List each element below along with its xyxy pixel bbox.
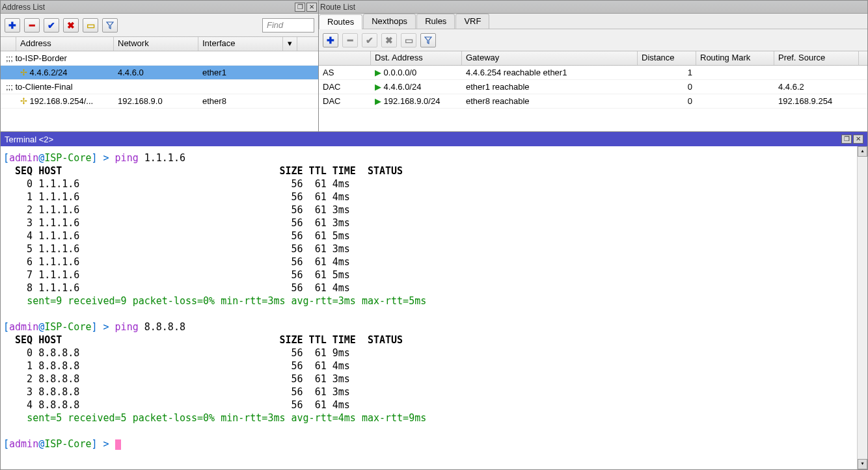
route-add-button[interactable]: ✚ [323,33,338,47]
address-row[interactable]: ✢ 192.168.9.254/...192.168.9.0ether8 [1,94,318,109]
col-pref[interactable]: Pref. Source [774,51,859,65]
tab-vrf[interactable]: VRF [455,14,489,29]
comment-button[interactable]: ▭ [83,18,98,33]
terminal-restore-icon[interactable]: ❐ [841,135,852,144]
add-button[interactable]: ✚ [5,18,20,33]
col-network[interactable]: Network [114,37,198,51]
scroll-up-icon[interactable]: ▴ [858,146,867,157]
terminal-window: Terminal <2> ❐ ✕ [admin@ISP-Core] > ping… [0,132,868,470]
address-list-titlebar[interactable]: Address List ❐ ✕ [1,1,318,14]
tab-nexthops[interactable]: Nexthops [363,14,416,29]
address-list-title: Address List [2,3,45,12]
col-address[interactable]: Address [16,37,114,51]
tab-routes[interactable]: Routes [319,14,362,29]
address-list-window: Address List ❐ ✕ ✚ ━ ✔ ✖ ▭ Find Address … [0,0,319,132]
address-grid[interactable]: ;;; to-ISP-Border✢ 4.4.6.2/244.4.6.0ethe… [1,51,318,131]
route-toolbar: ✚ ━ ✔ ✖ ▭ [319,29,867,51]
address-column-header[interactable]: Address Network Interface ▾ [1,37,318,51]
close-icon[interactable]: ✕ [306,3,317,12]
col-gateway[interactable]: Gateway [462,51,638,65]
terminal-body[interactable]: [admin@ISP-Core] > ping 1.1.1.6 SEQ HOST… [1,146,867,469]
col-interface[interactable]: Interface [198,37,283,51]
address-group-row[interactable]: ;;; to-Cliente-Final [1,80,318,94]
route-grid[interactable]: AS▶ 0.0.0.0/04.4.6.254 reachable ether11… [319,66,867,131]
route-comment-button[interactable]: ▭ [401,33,416,47]
remove-button[interactable]: ━ [24,18,40,33]
terminal-close-icon[interactable]: ✕ [853,135,863,144]
scroll-down-icon[interactable]: ▾ [858,459,867,469]
route-tabs: RoutesNexthopsRulesVRF [319,14,867,29]
col-dst[interactable]: Dst. Address [371,51,462,65]
address-row[interactable]: ✢ 4.4.6.2/244.4.6.0ether1 [1,66,318,80]
terminal-scrollbar[interactable]: ▴ ▾ [857,146,867,469]
route-row[interactable]: DAC▶ 192.168.9.0/24ether8 reachable0192.… [319,94,867,109]
col-mark[interactable]: Routing Mark [696,51,774,65]
route-row[interactable]: DAC▶ 4.4.6.0/24ether1 reachable04.4.6.2 [319,80,867,94]
col-menu-icon[interactable]: ▾ [283,37,297,51]
disable-button[interactable]: ✖ [63,18,79,33]
restore-icon[interactable]: ❐ [295,3,305,12]
enable-button[interactable]: ✔ [44,18,59,33]
route-list-title: Route List [320,3,355,12]
route-disable-button[interactable]: ✖ [381,33,397,47]
route-row[interactable]: AS▶ 0.0.0.0/04.4.6.254 reachable ether11 [319,66,867,80]
col-distance[interactable]: Distance [638,51,696,65]
route-list-window: Route List RoutesNexthopsRulesVRF ✚ ━ ✔ … [319,0,868,132]
terminal-title: Terminal <2> [5,135,53,144]
route-column-header[interactable]: Dst. Address Gateway Distance Routing Ma… [319,51,867,66]
route-remove-button[interactable]: ━ [342,33,358,47]
route-filter-button[interactable] [420,33,436,47]
tab-rules[interactable]: Rules [416,14,455,29]
address-toolbar: ✚ ━ ✔ ✖ ▭ Find [1,14,318,37]
route-list-titlebar[interactable]: Route List [319,1,867,14]
find-input[interactable]: Find [262,18,314,33]
address-group-row[interactable]: ;;; to-ISP-Border [1,51,318,66]
terminal-titlebar[interactable]: Terminal <2> ❐ ✕ [1,132,867,146]
filter-button[interactable] [102,18,118,33]
route-enable-button[interactable]: ✔ [362,33,377,47]
